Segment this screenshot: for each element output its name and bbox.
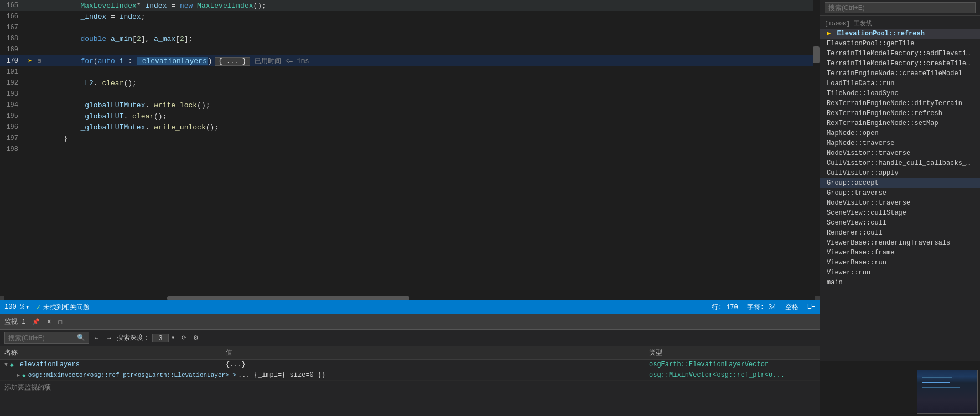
watch-close-button[interactable]: ✕ [44,317,54,326]
col-header-value: 值 [226,348,649,357]
line-number: 194 [0,101,25,109]
line-content: _index = index; [44,13,820,21]
line-number: 192 [0,79,25,87]
watch-row-value: ... {_impl={ size=0 }} [238,371,649,379]
col-header-name: 名称 [4,348,226,357]
table-row: 194 _globalLUTMutex. write_lock(); [0,100,820,111]
call-stack-item[interactable]: Group::accept [820,178,980,188]
vertical-scrollbar[interactable] [813,0,820,155]
status-encoding: LF [807,303,815,311]
watch-search-input[interactable] [8,334,75,342]
watch-panel-buttons: 📌 ✕ □ [30,317,64,326]
call-stack-item[interactable]: ► ElevationPool::refresh [820,29,980,39]
call-stack-item[interactable]: main [820,278,980,288]
nav-back-button[interactable]: ← [91,334,102,342]
call-stack-item[interactable]: CullVisitor::apply [820,168,980,178]
expand-icon[interactable]: ⊞ [35,58,44,64]
watch-maximize-button[interactable]: □ [56,318,64,326]
watch-panel-header: 监视 1 📌 ✕ □ [0,314,820,330]
zoom-selector[interactable]: 100 % ▾ [4,303,29,311]
watch-row-type: osgEarth::ElevationLayerVector [649,361,815,368]
expand-triangle[interactable]: ▼ [4,362,8,368]
scroll-right-btn[interactable] [815,296,820,300]
status-line: 行: 170 [712,303,738,312]
call-stack-item[interactable]: TerrainTileModelFactory::createTileModel [820,59,980,69]
check-icon: ✓ [36,303,40,312]
call-stack-item[interactable]: CullVisitor::handle_cull_callbacks_and_t… [820,158,980,168]
search-icon: 🔍 [77,334,85,342]
watch-row-value: {...} [226,361,649,368]
table-row: 198 [0,144,820,155]
call-stack-item[interactable]: TileNode::loadSync [820,89,980,98]
zoom-value: 100 % [4,303,24,311]
line-content: _globalLUTMutex. write_unlock(); [44,123,820,132]
call-stack-item[interactable]: RexTerrainEngineNode::refresh [820,108,980,118]
call-stack-item[interactable]: LoadTileData::run [820,79,980,89]
depth-selector: 搜索深度： ▾ [117,333,175,342]
settings-button[interactable]: ⚙ [191,333,201,342]
table-row: 192 _L2. clear(); [0,77,820,89]
line-content: _L2. clear(); [44,79,820,87]
scroll-left-btn[interactable] [0,296,4,300]
table-row: 191 [0,66,820,77]
depth-dropdown-icon[interactable]: ▾ [171,334,175,342]
call-stack-item[interactable]: MapNode::open [820,128,980,138]
call-stack-panel: [T5000] 工发线 ► ElevationPool::refresh Ele… [820,0,980,416]
call-stack-item[interactable]: ElevationPool::getTile [820,39,980,49]
scrollbar-thumb[interactable] [813,46,820,63]
call-stack-item[interactable]: Renderer::cull [820,228,980,238]
call-stack-item[interactable]: MapNode::traverse [820,138,980,148]
call-stack-item[interactable]: TerrainTileModelFactory::addElevation [820,49,980,59]
call-stack-item[interactable]: SceneView::cull [820,218,980,228]
sidebar-search [820,0,980,16]
line-number: 166 [0,13,25,20]
line-content: _globalLUT. clear(); [44,112,820,121]
call-stack-item[interactable]: NodeVisitor::traverse [820,148,980,158]
watch-panel: 监视 1 📌 ✕ □ 🔍 ← → 搜索深度： ▾ [0,314,820,416]
expand-triangle[interactable]: ▶ [17,372,20,378]
minimap-thumbnail [917,370,978,414]
call-stack-item[interactable]: NodeVisitor::traverse [820,198,980,208]
zoom-dropdown-icon[interactable]: ▾ [25,303,29,311]
line-number: 195 [0,112,25,120]
watch-icon: ◆ [10,361,14,368]
call-stack-item[interactable]: ViewerBase::run [820,258,980,268]
call-stack-item[interactable]: Viewer::run [820,268,980,278]
add-watch-item[interactable]: 添加要监视的项 [0,381,820,394]
line-number: 196 [0,123,25,131]
depth-input[interactable] [152,334,169,342]
watch-table: ▼ ◆ _elevationLayers {...} osgEarth::Ele… [0,360,820,416]
call-stack-item[interactable]: RexTerrainEngineNode::setMap [820,118,980,128]
line-number: 165 [0,2,25,9]
main-container: 165 MaxLevelIndex* index = new MaxLevelI… [0,0,980,416]
no-issues-text: 未找到相关问题 [43,303,90,312]
horizontal-scrollbar[interactable] [0,295,820,300]
table-row: 196 _globalLUTMutex. write_unlock(); [0,122,820,133]
watch-panel-title: 监视 1 [4,317,25,326]
watch-pin-button[interactable]: 📌 [30,317,42,326]
line-number: 198 [0,145,25,153]
call-stack-item[interactable]: Group::traverse [820,188,980,198]
list-item[interactable]: ▼ ◆ _elevationLayers {...} osgEarth::Ele… [0,360,820,370]
table-row: 168 double a_min[2], a_max[2]; [0,33,820,44]
variable-name: osg::MixinVector<osg::ref_ptr<osgEarth::… [28,372,236,378]
nav-forward-button[interactable]: → [104,334,115,342]
call-stack-item[interactable]: ViewerBase::renderingTraversals [820,238,980,248]
call-stack-item[interactable]: TerrainEngineNode::createTileModel [820,69,980,79]
call-stack-item[interactable]: ViewerBase::frame [820,248,980,258]
thumbnail-overlay [820,361,980,416]
col-header-type: 类型 [649,348,815,357]
status-char: 字符: 34 [747,303,776,312]
refresh-button[interactable]: ⟳ [179,333,189,342]
h-scrollbar-thumb[interactable] [167,296,409,300]
list-item[interactable]: ▶ ◆ osg::MixinVector<osg::ref_ptr<osgEar… [0,370,820,381]
active-item-indicator: ► [827,30,831,38]
line-number: 168 [0,35,25,43]
editor-area: 165 MaxLevelIndex* index = new MaxLevelI… [0,0,820,416]
line-number: 167 [0,24,25,32]
call-stack-list: [T5000] 工发线 ► ElevationPool::refresh Ele… [820,16,980,361]
sidebar-search-input[interactable] [825,2,976,13]
call-stack-item[interactable]: SceneView::cullStage [820,208,980,218]
line-number: 197 [0,134,25,142]
call-stack-item[interactable]: RexTerrainEngineNode::dirtyTerrain [820,98,980,108]
